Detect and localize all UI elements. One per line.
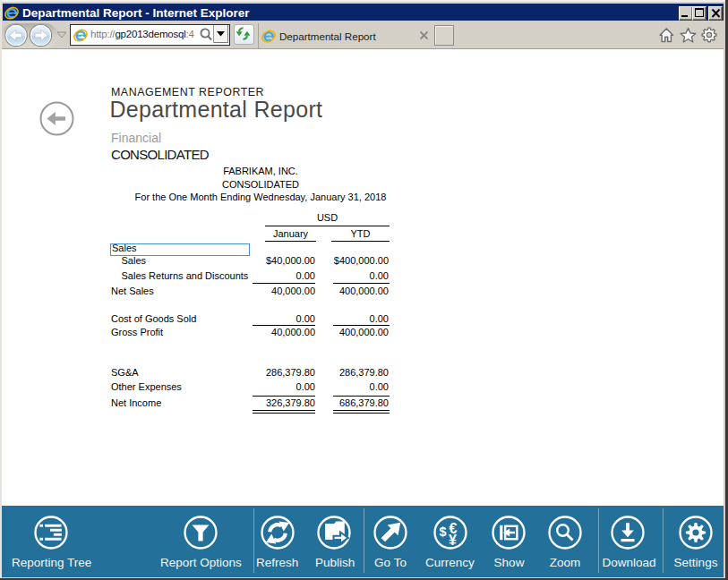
svg-text:$: $ [439, 525, 446, 539]
svg-text:¥: ¥ [449, 533, 457, 548]
